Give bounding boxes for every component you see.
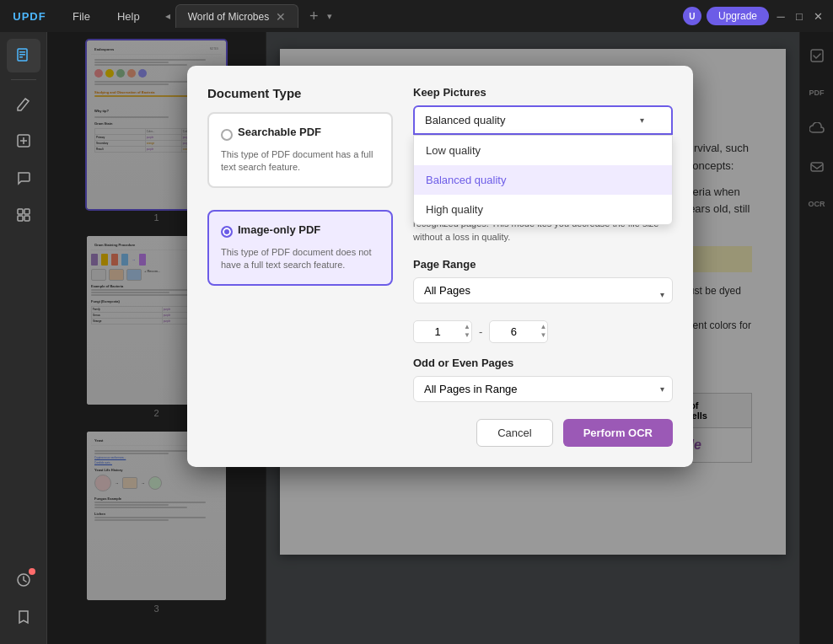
odd-even-select[interactable]: All Pages in Range [413, 376, 673, 402]
cancel-button[interactable]: Cancel [476, 419, 552, 447]
sidebar-icon-comment[interactable] [7, 161, 40, 195]
page-from-wrapper: ▲ ▼ [413, 320, 472, 343]
dropdown-option-low[interactable]: Low quality [414, 136, 672, 165]
page-to-up-arrow[interactable]: ▲ [540, 323, 546, 331]
page-to-wrapper: ▲ ▼ [489, 320, 548, 343]
modal-buttons: Cancel Perform OCR [413, 419, 673, 447]
svg-rect-7 [18, 216, 23, 221]
page-range-select[interactable]: All Pages [413, 277, 673, 303]
tab-world-microbes[interactable]: World of Microbes ✕ [175, 4, 298, 28]
menu-file[interactable]: File [59, 0, 104, 32]
odd-even-label: Odd or Even Pages [413, 357, 673, 369]
sidebar-icon-organize[interactable] [7, 198, 40, 232]
sidebar-icon-bookmark[interactable] [7, 600, 40, 634]
page-from-up-arrow[interactable]: ▲ [464, 323, 470, 331]
modal-overlay: Document Type Searchable PDF This type o… [47, 32, 833, 644]
title-bar-right: U Upgrade ─ □ ✕ [683, 7, 833, 25]
tab-title: World of Microbes [188, 11, 269, 23]
searchable-desc: This type of PDF document has a full tex… [221, 148, 379, 174]
searchable-label: Searchable PDF [238, 126, 321, 138]
close-button[interactable]: ✕ [811, 9, 825, 23]
doc-type-searchable[interactable]: Searchable PDF This type of PDF document… [207, 112, 393, 188]
dropdown-option-high[interactable]: High quality [414, 195, 672, 224]
maximize-button[interactable]: □ [793, 9, 806, 23]
page-range-inputs: ▲ ▼ - ▲ ▼ [413, 320, 673, 343]
dropdown-chevron-icon: ▾ [640, 115, 644, 125]
app-logo: UPDF [0, 0, 59, 32]
tab-area: ◂ World of Microbes ✕ + ▾ [153, 0, 683, 32]
keep-pictures-menu: Low quality Balanced quality High qualit… [413, 135, 673, 225]
image-only-label: Image-only PDF [238, 223, 320, 236]
radio-searchable [221, 129, 233, 141]
tab-close-button[interactable]: ✕ [276, 10, 286, 24]
document-type-title: Document Type [207, 86, 393, 100]
svg-rect-3 [19, 56, 23, 58]
minimize-button[interactable]: ─ [774, 9, 787, 23]
tab-dropdown-arrow[interactable]: ▾ [327, 11, 332, 22]
modal-left-panel: Document Type Searchable PDF This type o… [207, 86, 393, 447]
odd-even-dropdown-wrapper[interactable]: All Pages in Range ▾ [413, 376, 673, 402]
menu-bar: File Help [59, 0, 153, 32]
sidebar-icon-edit[interactable] [7, 87, 40, 121]
perform-ocr-button[interactable]: Perform OCR [563, 419, 673, 447]
sidebar-icon-annotate[interactable] [7, 124, 40, 158]
tab-add-button[interactable]: + [304, 6, 324, 26]
keep-pictures-dropdown-wrapper[interactable]: Balanced quality ▾ Low quality Balanced … [413, 105, 673, 135]
svg-rect-2 [19, 54, 25, 56]
tab-arrow-left[interactable]: ◂ [160, 10, 175, 22]
svg-rect-6 [24, 209, 30, 214]
modal-right-panel: Keep Pictures Balanced quality ▾ Low qua… [413, 86, 673, 447]
page-range-label: Page Range [413, 258, 673, 271]
modal-dialog: Document Type Searchable PDF This type o… [187, 66, 693, 467]
left-sidebar [0, 32, 47, 644]
upgrade-button[interactable]: Upgrade [707, 7, 769, 25]
svg-rect-8 [24, 216, 30, 221]
user-avatar[interactable]: U [683, 7, 701, 25]
image-only-desc: This type of PDF document does not have … [221, 246, 379, 272]
dropdown-option-balanced[interactable]: Balanced quality [414, 165, 672, 195]
svg-rect-1 [19, 51, 25, 53]
keep-pictures-label: Keep Pictures [413, 86, 673, 99]
doc-type-image-only[interactable]: Image-only PDF This type of PDF document… [207, 210, 393, 286]
page-to-down-arrow[interactable]: ▼ [540, 331, 546, 340]
menu-help[interactable]: Help [104, 0, 153, 32]
sidebar-icon-pages[interactable] [7, 39, 40, 72]
modal-layout: Document Type Searchable PDF This type o… [207, 86, 673, 447]
sidebar-divider-1 [11, 79, 36, 80]
page-from-down-arrow[interactable]: ▼ [464, 331, 470, 340]
svg-rect-5 [18, 209, 23, 214]
doc-type-options: Searchable PDF This type of PDF document… [207, 112, 393, 286]
page-range-dash: - [479, 325, 482, 338]
sidebar-icon-tools[interactable] [7, 563, 40, 597]
radio-image-only [221, 226, 233, 238]
badge-dot [29, 568, 35, 575]
page-range-dropdown-wrapper[interactable]: All Pages ▾ [413, 277, 673, 312]
sidebar-bottom [7, 563, 40, 634]
keep-pictures-selected[interactable]: Balanced quality ▾ [413, 105, 673, 135]
title-bar: UPDF File Help ◂ World of Microbes ✕ + ▾… [0, 0, 833, 32]
